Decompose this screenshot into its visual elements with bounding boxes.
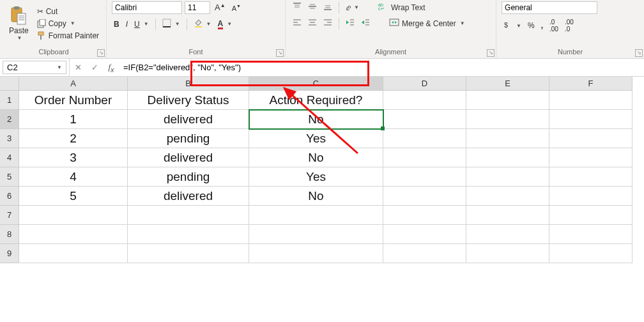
cell-F4[interactable] xyxy=(549,148,632,167)
increase-font-button[interactable]: A▲ xyxy=(213,2,227,13)
cell-F8[interactable] xyxy=(549,225,632,244)
cell-A2[interactable]: 1 xyxy=(19,110,128,129)
cell-C5[interactable]: Yes xyxy=(249,167,383,187)
cell-C3[interactable]: Yes xyxy=(249,129,383,148)
row-header-6[interactable]: 6 xyxy=(0,187,19,206)
italic-button[interactable]: I xyxy=(124,19,130,29)
column-header-C[interactable]: C xyxy=(249,77,383,91)
row-header-4[interactable]: 4 xyxy=(0,148,19,167)
format-painter-button[interactable]: Format Painter xyxy=(35,31,101,41)
cell-A5[interactable]: 4 xyxy=(19,167,128,187)
cell-F3[interactable] xyxy=(549,129,632,148)
formula-input[interactable] xyxy=(119,63,644,72)
cell-D4[interactable] xyxy=(383,148,466,167)
insert-function-button[interactable]: fx xyxy=(103,62,119,73)
cell-A6[interactable]: 5 xyxy=(19,187,128,206)
column-header-F[interactable]: F xyxy=(549,77,632,91)
cell-E6[interactable] xyxy=(466,187,549,206)
cut-button[interactable]: ✂ Cut xyxy=(35,6,101,17)
cell-B3[interactable]: pending xyxy=(128,129,249,148)
cell-F6[interactable] xyxy=(549,187,632,206)
cell-E1[interactable] xyxy=(466,91,549,110)
row-header-2[interactable]: 2 xyxy=(0,110,19,129)
dialog-launcher-number[interactable]: ↘ xyxy=(635,49,643,57)
name-box[interactable]: C2 ▼ xyxy=(3,61,66,74)
cell-A9[interactable] xyxy=(19,244,128,263)
cell-F1[interactable] xyxy=(549,91,632,110)
bold-button[interactable]: B xyxy=(112,19,121,29)
cell-A8[interactable] xyxy=(19,225,128,244)
dialog-launcher-clipboard[interactable]: ↘ xyxy=(97,49,105,57)
cell-E9[interactable] xyxy=(466,244,549,263)
paste-button[interactable]: Paste ▼ xyxy=(6,4,31,42)
cell-D1[interactable] xyxy=(383,91,466,110)
wrap-text-button[interactable]: abc↵Wrap Text xyxy=(376,1,427,13)
row-header-7[interactable]: 7 xyxy=(0,206,19,225)
cell-F9[interactable] xyxy=(549,244,632,263)
cell-C8[interactable] xyxy=(249,225,383,244)
align-center-button[interactable] xyxy=(306,17,319,29)
cell-B2[interactable]: delivered xyxy=(128,110,249,129)
font-color-button[interactable]: A▼ xyxy=(216,19,234,30)
number-format-select[interactable] xyxy=(502,1,597,14)
column-header-E[interactable]: E xyxy=(466,77,549,91)
fill-color-button[interactable]: ▼ xyxy=(192,18,213,30)
cell-B8[interactable] xyxy=(128,225,249,244)
align-left-button[interactable] xyxy=(291,17,303,29)
cell-B6[interactable]: delivered xyxy=(128,187,249,206)
align-bottom-button[interactable] xyxy=(321,1,334,13)
cell-C4[interactable]: No xyxy=(249,148,383,167)
align-top-button[interactable] xyxy=(291,1,303,13)
cell-D6[interactable] xyxy=(383,187,466,206)
decrease-font-button[interactable]: A▼ xyxy=(230,3,243,13)
cell-F2[interactable] xyxy=(549,110,632,129)
dialog-launcher-font[interactable]: ↘ xyxy=(276,49,284,57)
row-header-5[interactable]: 5 xyxy=(0,167,19,187)
comma-button[interactable]: , xyxy=(539,20,545,31)
cell-B5[interactable]: pending xyxy=(128,167,249,187)
font-name-select[interactable] xyxy=(112,1,182,14)
column-header-B[interactable]: B xyxy=(128,77,249,91)
select-all-corner[interactable] xyxy=(0,77,19,91)
align-middle-button[interactable] xyxy=(306,1,319,13)
cell-B7[interactable] xyxy=(128,206,249,225)
increase-indent-button[interactable] xyxy=(359,17,372,29)
merge-center-button[interactable]: Merge & Center▼ xyxy=(387,17,467,29)
cell-C7[interactable] xyxy=(249,206,383,225)
cancel-formula-button[interactable]: ✕ xyxy=(70,63,86,72)
decrease-decimal-button[interactable]: .00.0 xyxy=(563,18,576,33)
row-header-8[interactable]: 8 xyxy=(0,225,19,244)
cell-C2[interactable]: No xyxy=(249,110,383,129)
cell-E2[interactable] xyxy=(466,110,549,129)
increase-decimal-button[interactable]: .0.00 xyxy=(548,18,560,33)
decrease-indent-button[interactable] xyxy=(344,17,356,29)
borders-button[interactable]: ▼ xyxy=(160,18,182,30)
cell-D8[interactable] xyxy=(383,225,466,244)
cell-A4[interactable]: 3 xyxy=(19,148,128,167)
font-size-select[interactable] xyxy=(185,1,210,14)
cell-D7[interactable] xyxy=(383,206,466,225)
cell-D2[interactable] xyxy=(383,110,466,129)
cell-B1[interactable]: Delivery Status xyxy=(128,91,249,110)
accounting-format-button[interactable]: $▼ xyxy=(502,20,523,32)
dialog-launcher-alignment[interactable]: ↘ xyxy=(487,49,494,57)
cell-A1[interactable]: Order Number xyxy=(19,91,128,110)
cell-C6[interactable]: No xyxy=(249,187,383,206)
row-header-1[interactable]: 1 xyxy=(0,91,19,110)
cell-B9[interactable] xyxy=(128,244,249,263)
percent-button[interactable]: % xyxy=(526,20,537,31)
cell-B4[interactable]: delivered xyxy=(128,148,249,167)
cell-C1[interactable]: Action Required? xyxy=(249,91,383,110)
enter-formula-button[interactable]: ✓ xyxy=(86,63,103,72)
cell-A3[interactable]: 2 xyxy=(19,129,128,148)
align-right-button[interactable] xyxy=(321,17,334,29)
orientation-button[interactable]: ⅇ▼ xyxy=(344,3,361,13)
cell-F7[interactable] xyxy=(549,206,632,225)
cell-D3[interactable] xyxy=(383,129,466,148)
cell-F5[interactable] xyxy=(549,167,632,187)
cell-D9[interactable] xyxy=(383,244,466,263)
row-header-3[interactable]: 3 xyxy=(0,129,19,148)
cell-A7[interactable] xyxy=(19,206,128,225)
cell-E7[interactable] xyxy=(466,206,549,225)
cell-E5[interactable] xyxy=(466,167,549,187)
